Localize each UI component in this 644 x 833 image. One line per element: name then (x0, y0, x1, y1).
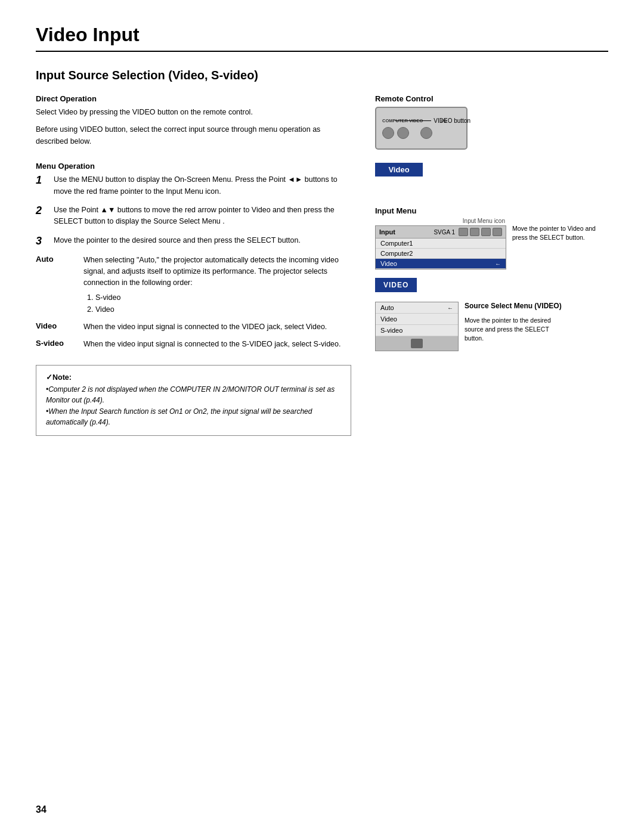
menu-icon-btn-4[interactable] (493, 228, 502, 236)
menu-box-header: Input SVGA 1 (376, 226, 506, 239)
video-display-box: Video (375, 163, 423, 176)
menu-item-computer2-label: Computer2 (380, 250, 413, 257)
def-svideo-desc: When the video input signal is connected… (83, 339, 351, 350)
def-video: Video When the video input signal is con… (36, 321, 351, 333)
page-container: Video Input Input Source Selection (Vide… (0, 0, 644, 833)
menu-icon-btn-3[interactable] (481, 228, 491, 236)
source-item-auto-label: Auto (380, 304, 394, 311)
step-1-text: Use the MENU button to display the On-Sc… (54, 174, 351, 197)
input-menu-icon-label: Input Menu icon (463, 218, 505, 224)
step-2-num: 2 (36, 205, 47, 217)
step-3-num: 3 (36, 235, 47, 247)
menu-header-svga: SVGA 1 (434, 229, 455, 236)
menu-item-computer1[interactable]: Computer1 (376, 239, 506, 249)
menu-item-video[interactable]: Video ← (376, 259, 506, 269)
source-side-group: Source Select Menu (VIDEO) Move the poin… (465, 302, 562, 343)
remote-circles (382, 127, 460, 139)
source-select-title: Source Select Menu (VIDEO) (465, 302, 562, 310)
menu-header-input: Input (379, 228, 430, 236)
input-menu-label: Input Menu (375, 206, 506, 215)
remote-control-illustration: COMPUTER VIDEO I/O (375, 107, 467, 150)
def-svideo: S-video When the video input signal is c… (36, 339, 351, 350)
remote-video-btn[interactable] (397, 127, 409, 139)
def-video-term: Video (36, 321, 83, 330)
auto-list-item-1: S-video (95, 292, 351, 304)
remote-power-btn[interactable] (420, 127, 432, 139)
step-1-num: 1 (36, 174, 47, 187)
def-svideo-term: S-video (36, 339, 83, 348)
step-3-text: Move the pointer to the desired source a… (54, 235, 301, 246)
page-number: 34 (36, 804, 47, 815)
section-title: Input Source Selection (Video, S-video) (36, 69, 608, 82)
source-select-panel: Auto ← Video S-video (375, 302, 608, 351)
source-item-svideo-label: S-video (380, 327, 402, 334)
note-header: ✓Note: (46, 373, 341, 382)
note-text-1: •Computer 2 is not displayed when the CO… (46, 384, 341, 406)
source-item-video[interactable]: Video (376, 314, 458, 325)
source-footer (376, 336, 458, 351)
note-section: ✓Note: •Computer 2 is not displayed when… (36, 365, 351, 436)
step-2: 2 Use the Point ▲▼ buttons to move the r… (36, 205, 351, 228)
step-2-text: Use the Point ▲▼ buttons to move the red… (54, 205, 351, 228)
definition-section: Auto When selecting "Auto," the projecto… (36, 255, 351, 351)
left-content: Direct Operation Select Video by pressin… (36, 94, 351, 436)
auto-list-item-2: Video (95, 304, 351, 315)
source-menu-group: Auto ← Video S-video (375, 302, 459, 351)
direct-operation-header: Direct Operation (36, 94, 351, 103)
menu-icon-btn-1[interactable] (459, 228, 468, 236)
source-item-auto[interactable]: Auto ← (376, 302, 458, 314)
def-auto: Auto When selecting "Auto," the projecto… (36, 255, 351, 315)
source-footer-icon (411, 339, 423, 348)
input-menu-side-text: Move the pointer to Video and press the … (512, 224, 602, 242)
video-button-callout-label: VIDEO button (434, 117, 470, 124)
menu-operation-header: Menu Operation (36, 162, 351, 171)
remote-control-area: Remote Control COMPUTER VIDEO I/O (375, 94, 608, 176)
source-select-side-text: Move the pointer to the desired source a… (465, 316, 560, 343)
input-menu-panel: Input Menu Input Menu icon Input SVGA 1 (375, 206, 608, 351)
note-text-2: •When the Input Search function is set O… (46, 406, 341, 428)
menu-item-video-label: Video (380, 260, 397, 267)
direct-operation-text2: Before using VIDEO button, select the co… (36, 124, 351, 147)
remote-control-header: Remote Control (375, 94, 608, 103)
def-auto-term: Auto (36, 255, 83, 264)
def-auto-desc: When selecting "Auto," the projector aut… (83, 255, 351, 315)
step-1: 1 Use the MENU button to display the On-… (36, 174, 351, 197)
menu-item-computer1-label: Computer1 (380, 240, 413, 247)
def-video-desc: When the video input signal is connected… (83, 321, 351, 333)
input-menu-group: Input Menu Input Menu icon Input SVGA 1 (375, 206, 506, 270)
input-menu-box: Input SVGA 1 (375, 225, 506, 270)
remote-computer-btn[interactable] (382, 127, 394, 139)
menu-icon-btn-2[interactable] (470, 228, 479, 236)
video-arrow-icon: ← (495, 261, 501, 267)
main-content: Direct Operation Select Video by pressin… (36, 94, 608, 436)
menu-operation-section: Menu Operation 1 Use the MENU button to … (36, 162, 351, 247)
source-item-svideo[interactable]: S-video (376, 325, 458, 336)
auto-list: S-video Video (95, 292, 351, 315)
menu-icon-buttons (459, 228, 502, 236)
source-menu-box: Auto ← Video S-video (375, 302, 459, 351)
menu-item-computer2[interactable]: Computer2 (376, 249, 506, 259)
direct-operation-text1: Select Video by pressing the VIDEO butto… (36, 107, 351, 118)
right-content: Remote Control COMPUTER VIDEO I/O (375, 94, 608, 436)
step-3: 3 Move the pointer to the desired source… (36, 235, 351, 247)
source-auto-arrow: ← (447, 305, 453, 311)
page-title: Video Input (36, 24, 608, 52)
video-blue-indicator: VIDEO (375, 278, 417, 292)
source-item-video-label: Video (380, 315, 397, 323)
